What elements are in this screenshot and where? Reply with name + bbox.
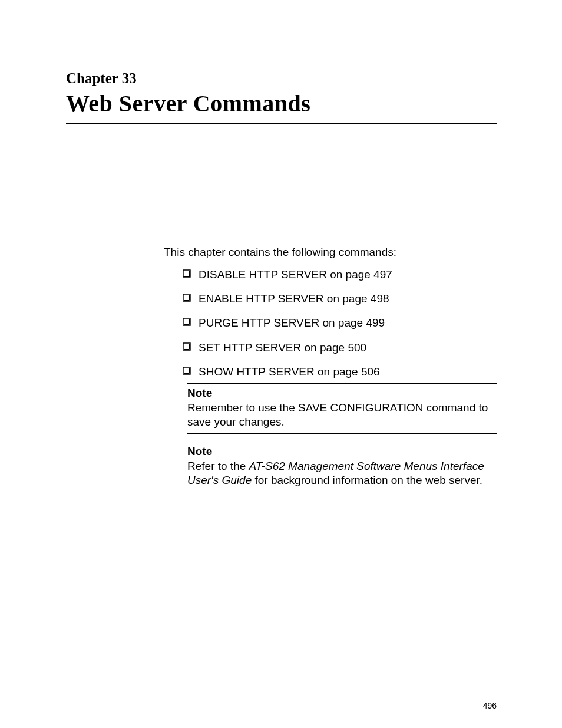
- chapter-title-rule: [66, 123, 497, 124]
- command-list: DISABLE HTTP SERVER on page 497 ENABLE H…: [183, 268, 489, 379]
- intro-paragraph: This chapter contains the following comm…: [164, 245, 396, 260]
- note-heading: Note: [187, 386, 497, 401]
- list-item: PURGE HTTP SERVER on page 499: [183, 316, 489, 331]
- list-item-text: DISABLE HTTP SERVER on page 497: [199, 268, 392, 282]
- list-item-text: ENABLE HTTP SERVER on page 498: [199, 292, 389, 307]
- note-body: Remember to use the SAVE CONFIGURATION c…: [187, 401, 497, 430]
- square-bullet-icon: [183, 318, 191, 326]
- chapter-label: Chapter 33: [66, 70, 137, 87]
- document-page: Chapter 33 Web Server Commands This chap…: [0, 0, 562, 728]
- note-body: Refer to the AT-S62 Management Software …: [187, 459, 497, 488]
- note-box: Note Remember to use the SAVE CONFIGURAT…: [187, 383, 497, 434]
- note-box: Note Refer to the AT-S62 Management Soft…: [187, 442, 497, 492]
- chapter-title: Web Server Commands: [66, 90, 310, 117]
- square-bullet-icon: [183, 294, 191, 302]
- note-heading: Note: [187, 444, 497, 459]
- list-item: SET HTTP SERVER on page 500: [183, 341, 489, 355]
- square-bullet-icon: [183, 269, 191, 278]
- note-body-suffix: for background information on the web se…: [252, 474, 482, 486]
- list-item-text: PURGE HTTP SERVER on page 499: [199, 316, 385, 331]
- list-item: ENABLE HTTP SERVER on page 498: [183, 292, 489, 307]
- square-bullet-icon: [183, 367, 191, 375]
- square-bullet-icon: [183, 342, 191, 351]
- list-item: SHOW HTTP SERVER on page 506: [183, 365, 489, 380]
- page-number: 496: [483, 701, 497, 710]
- list-item-text: SET HTTP SERVER on page 500: [199, 341, 366, 355]
- list-item-text: SHOW HTTP SERVER on page 506: [199, 365, 380, 380]
- list-item: DISABLE HTTP SERVER on page 497: [183, 268, 489, 282]
- note-body-prefix: Refer to the: [187, 460, 249, 472]
